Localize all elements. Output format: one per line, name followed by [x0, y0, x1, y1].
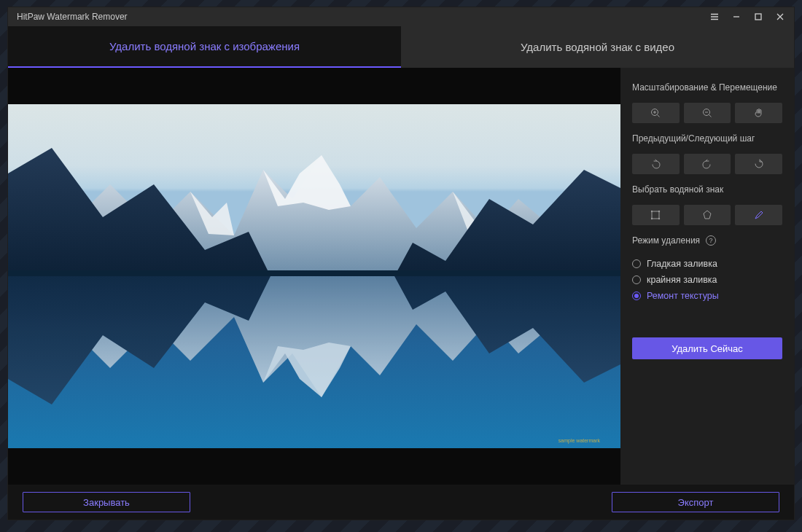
mode-texture-repair[interactable]: Ремонт текстуры: [632, 288, 782, 304]
app-window: HitPaw Watermark Remover Удалить водяной…: [7, 7, 795, 520]
select-watermark-label: Выбрать водяной знак: [632, 184, 782, 195]
close-button[interactable]: Закрывать: [23, 492, 190, 512]
footer: Закрывать Экспорт: [8, 485, 794, 520]
export-button[interactable]: Экспорт: [612, 492, 779, 512]
titlebar: HitPaw Watermark Remover: [8, 7, 794, 26]
tab-remove-from-video[interactable]: Удалить водяной знак с видео: [401, 26, 794, 68]
radio-icon: [632, 292, 641, 300]
pan-hand-icon[interactable]: [735, 103, 782, 123]
mode-label: крайняя заливка: [647, 275, 717, 285]
mode-smooth-fill[interactable]: Гладкая заливка: [632, 256, 782, 272]
brush-select-icon[interactable]: [735, 205, 782, 225]
svg-point-9: [658, 211, 660, 212]
reset-icon[interactable]: [735, 154, 782, 174]
marquee-select-icon[interactable]: [632, 205, 680, 225]
svg-text:sample watermark: sample watermark: [558, 438, 601, 444]
remove-mode-label: Режим удаления: [632, 235, 700, 246]
main-tabs: Удалить водяной знак с изображения Удали…: [8, 26, 794, 68]
zoom-pan-label: Масштабирование & Перемещение: [632, 82, 782, 93]
help-icon[interactable]: ?: [706, 235, 716, 246]
svg-rect-0: [755, 14, 761, 20]
svg-point-8: [651, 211, 653, 212]
polygon-select-icon[interactable]: [684, 205, 731, 225]
zoom-out-icon[interactable]: [684, 103, 731, 123]
button-label: Экспорт: [678, 497, 714, 508]
mode-edge-fill[interactable]: крайняя заливка: [632, 272, 782, 288]
button-label: Удалить Сейчас: [671, 343, 743, 354]
button-label: Закрывать: [83, 497, 130, 508]
menu-icon[interactable]: [704, 7, 725, 26]
tab-label: Удалить водяной знак с изображения: [109, 40, 300, 52]
redo-icon[interactable]: [684, 154, 731, 174]
mode-label: Гладкая заливка: [647, 259, 717, 269]
right-sidebar: Масштабирование & Перемещение Предыдущий…: [620, 68, 794, 485]
undo-icon[interactable]: [632, 154, 680, 174]
tab-remove-from-image[interactable]: Удалить водяной знак с изображения: [8, 26, 401, 68]
canvas-area[interactable]: sample watermark: [8, 68, 620, 485]
undo-redo-label: Предыдущий/Следующий шаг: [632, 133, 782, 144]
mode-label: Ремонт текстуры: [647, 291, 719, 301]
close-icon[interactable]: [769, 7, 791, 26]
remove-now-button[interactable]: Удалить Сейчас: [632, 337, 782, 359]
svg-point-10: [651, 218, 653, 219]
image-preview[interactable]: sample watermark: [8, 104, 620, 448]
tab-label: Удалить водяной знак с видео: [521, 41, 674, 53]
zoom-in-icon[interactable]: [632, 103, 680, 123]
maximize-icon[interactable]: [747, 7, 769, 26]
svg-rect-7: [652, 211, 659, 219]
svg-point-11: [658, 218, 660, 219]
minimize-icon[interactable]: [725, 7, 747, 26]
radio-icon: [632, 275, 641, 284]
radio-icon: [632, 259, 641, 268]
app-title: HitPaw Watermark Remover: [17, 12, 128, 22]
